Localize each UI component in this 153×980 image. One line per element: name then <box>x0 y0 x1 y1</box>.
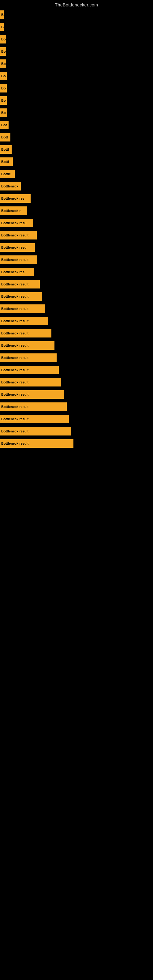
bar-label-26: Bottleneck result <box>1 331 29 335</box>
bar-29: Bottleneck result <box>0 366 59 374</box>
bar-5: Bo <box>0 72 7 80</box>
bar-row: Bottleneck res <box>0 266 153 278</box>
bar-row: Bo <box>0 45 153 57</box>
bar-row: Bottle <box>0 168 153 180</box>
bar-19: Bottleneck resu <box>0 243 35 252</box>
bar-row: Bottleneck result <box>0 302 153 315</box>
bar-8: Bo <box>0 108 7 117</box>
bar-10: Bott <box>0 133 10 142</box>
bar-row: Bo <box>0 107 153 119</box>
bar-label-16: Bottleneck r <box>1 209 21 213</box>
bar-26: Bottleneck result <box>0 329 51 337</box>
bar-label-14: Bottleneck <box>1 185 18 188</box>
bar-label-3: Bo <box>1 49 6 53</box>
bar-row: Bottleneck result <box>0 352 153 364</box>
bar-label-20: Bottleneck result <box>1 258 29 261</box>
bar-1: B <box>0 23 4 31</box>
bar-label-6: Bo <box>1 86 6 90</box>
bar-4: Bo <box>0 59 6 68</box>
bar-label-7: Bo <box>1 99 6 102</box>
bar-row: Bottleneck result <box>0 438 153 450</box>
bar-row: Bo <box>0 82 153 94</box>
bar-label-32: Bottleneck result <box>1 405 29 409</box>
bar-row: Bottleneck res <box>0 192 153 205</box>
bar-label-12: Bottl <box>1 160 9 164</box>
bar-28: Bottleneck result <box>0 353 57 362</box>
bar-23: Bottleneck result <box>0 292 42 301</box>
bar-35: Bottleneck result <box>0 439 73 448</box>
bar-32: Bottleneck result <box>0 402 67 411</box>
bar-15: Bottleneck res <box>0 194 30 203</box>
bar-11: Bottl <box>0 145 12 154</box>
bar-label-19: Bottleneck resu <box>1 246 27 249</box>
bar-25: Bottleneck result <box>0 317 48 325</box>
bar-row: Bottleneck result <box>0 401 153 413</box>
bar-row: Bottleneck result <box>0 229 153 241</box>
bar-label-29: Bottleneck result <box>1 368 29 372</box>
site-title: TheBottlenecker.com <box>0 0 153 9</box>
bar-label-0: B <box>1 13 4 16</box>
bar-row: Bottleneck result <box>0 413 153 425</box>
bar-row: Bot <box>0 119 153 131</box>
bar-row: Bo <box>0 70 153 82</box>
bar-row: Bottleneck <box>0 180 153 192</box>
bar-27: Bottleneck result <box>0 341 54 350</box>
bar-22: Bottleneck result <box>0 280 40 288</box>
bar-label-24: Bottleneck result <box>1 307 29 310</box>
bars-container: BBBoBoBoBoBoBoBoBotBottBottlBottlBottleB… <box>0 9 153 450</box>
bar-label-15: Bottleneck res <box>1 197 24 200</box>
bar-label-1: B <box>1 25 4 29</box>
bar-row: Bottleneck result <box>0 425 153 438</box>
bar-row: B <box>0 9 153 21</box>
bar-13: Bottle <box>0 170 15 178</box>
bar-30: Bottleneck result <box>0 378 61 387</box>
bar-label-9: Bot <box>1 123 7 127</box>
bar-9: Bot <box>0 121 9 129</box>
bar-label-33: Bottleneck result <box>1 417 29 421</box>
bar-34: Bottleneck result <box>0 427 71 436</box>
bar-31: Bottleneck result <box>0 390 64 399</box>
bar-label-35: Bottleneck result <box>1 442 29 445</box>
bar-label-30: Bottleneck result <box>1 380 29 384</box>
bar-row: Bottleneck r <box>0 205 153 217</box>
bar-16: Bottleneck r <box>0 207 27 215</box>
bar-row: Bottleneck resu <box>0 217 153 229</box>
bar-row: Bott <box>0 131 153 143</box>
bar-row: Bottleneck result <box>0 376 153 388</box>
bar-3: Bo <box>0 47 6 56</box>
bar-label-23: Bottleneck result <box>1 294 29 298</box>
bar-row: Bottleneck result <box>0 364 153 376</box>
bar-row: Bo <box>0 94 153 107</box>
bar-row: Bottleneck result <box>0 327 153 339</box>
bar-12: Bottl <box>0 158 13 166</box>
bar-row: Bottleneck resu <box>0 241 153 254</box>
bar-row: Bottleneck result <box>0 315 153 327</box>
bar-row: Bottleneck result <box>0 388 153 401</box>
bar-label-11: Bottl <box>1 148 9 151</box>
bar-label-4: Bo <box>1 62 6 65</box>
bar-row: Bo <box>0 33 153 45</box>
bar-label-27: Bottleneck result <box>1 344 29 347</box>
bar-17: Bottleneck resu <box>0 219 33 227</box>
bar-33: Bottleneck result <box>0 415 69 423</box>
bar-row: Bottleneck result <box>0 254 153 266</box>
bar-18: Bottleneck result <box>0 231 37 240</box>
bar-label-22: Bottleneck result <box>1 282 29 286</box>
bar-label-18: Bottleneck result <box>1 233 29 237</box>
bar-0: B <box>0 10 4 19</box>
bar-row: Bottl <box>0 143 153 156</box>
bar-21: Bottleneck res <box>0 268 33 276</box>
bar-row: Bottl <box>0 156 153 168</box>
bar-row: Bottleneck result <box>0 278 153 290</box>
bar-2: Bo <box>0 35 6 43</box>
bar-row: Bottleneck result <box>0 290 153 302</box>
bar-label-2: Bo <box>1 37 6 41</box>
bar-row: B <box>0 21 153 33</box>
bar-label-13: Bottle <box>1 172 11 176</box>
bar-row: Bo <box>0 57 153 70</box>
bar-label-10: Bott <box>1 135 8 139</box>
bar-label-28: Bottleneck result <box>1 356 29 360</box>
bar-7: Bo <box>0 96 7 105</box>
bar-label-25: Bottleneck result <box>1 319 29 323</box>
bar-label-17: Bottleneck resu <box>1 221 27 225</box>
